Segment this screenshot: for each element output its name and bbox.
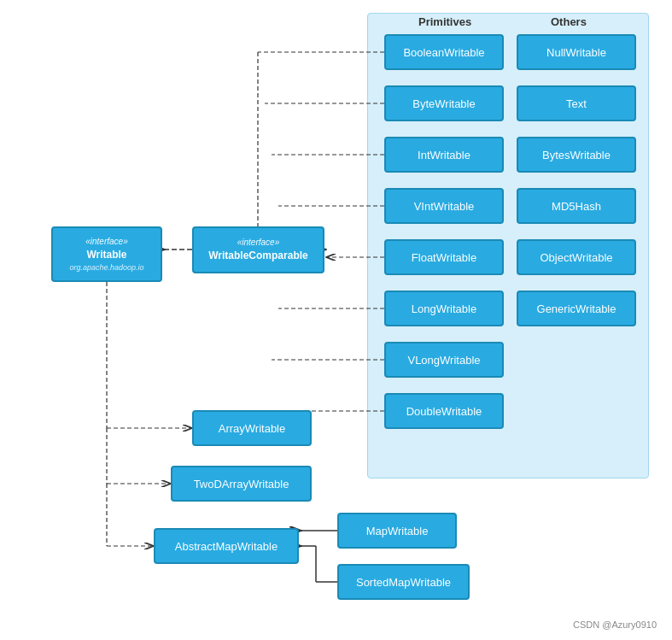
writable-classname: Writable — [69, 248, 143, 262]
array-writable-box: ArrayWritable — [192, 410, 312, 446]
diagram: Primitives Others — [0, 0, 672, 640]
abstract-map-writable-box: AbstractMapWritable — [154, 528, 299, 564]
long-writable-box: LongWritable — [384, 291, 504, 326]
writable-package: org.apache.hadoop.io — [69, 262, 143, 273]
others-label: Others — [551, 15, 587, 28]
writable-stereotype: «interface» — [69, 236, 143, 248]
object-writable-box: ObjectWritable — [517, 239, 636, 275]
sorted-map-writable-box: SortedMapWritable — [337, 564, 470, 600]
boolean-writable-box: BooleanWritable — [384, 34, 504, 70]
int-writable-box: IntWritable — [384, 137, 504, 173]
primitives-label: Primitives — [418, 15, 471, 28]
vint-writable-box: VIntWritable — [384, 188, 504, 224]
two-d-array-writable-box: TwoDArrayWritable — [171, 466, 312, 502]
wc-stereotype: «interface» — [208, 237, 307, 249]
text-box: Text — [517, 85, 636, 121]
map-writable-box: MapWritable — [337, 513, 457, 549]
wc-classname: WritableComparable — [208, 249, 307, 263]
writable-box: «interface» Writable org.apache.hadoop.i… — [51, 226, 162, 282]
byte-writable-box: ByteWritable — [384, 85, 504, 121]
double-writable-box: DoubleWritable — [384, 393, 504, 429]
null-writable-box: NullWritable — [517, 34, 636, 70]
vlong-writable-box: VLongWritable — [384, 342, 504, 378]
md5-hash-box: MD5Hash — [517, 188, 636, 224]
watermark: CSDN @Azury0910 — [573, 619, 657, 630]
writable-comparable-box: «interface» WritableComparable — [192, 226, 324, 273]
generic-writable-box: GenericWritable — [517, 291, 636, 326]
bytes-writable-box: BytesWritable — [517, 137, 636, 173]
float-writable-box: FloatWritable — [384, 239, 504, 275]
